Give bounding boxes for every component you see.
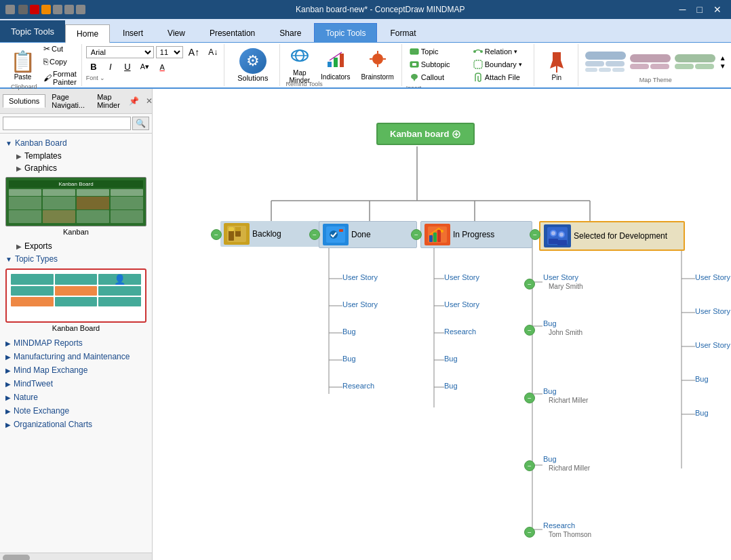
sidebar-search-input[interactable]	[3, 117, 131, 130]
backlog-circle-btn[interactable]: −	[211, 229, 222, 240]
done-circle-btn[interactable]: −	[309, 229, 320, 240]
minimize-btn[interactable]: ─	[675, 4, 690, 15]
in-progress-child-circle-5[interactable]: −	[524, 527, 535, 538]
sidebar-pin-btn[interactable]: 📌	[126, 96, 142, 106]
in-progress-child-circle-3[interactable]: −	[524, 393, 535, 403]
relation-button[interactable]: Relation ▾	[470, 45, 531, 58]
sidebar-search-button[interactable]: 🔍	[132, 117, 149, 130]
kanban-thumbnail[interactable]: Kanban Board	[5, 177, 146, 226]
manufacturing-arrow: ▶	[5, 353, 11, 361]
relation-icon	[473, 47, 483, 56]
sidebar-scrollbar-h[interactable]	[0, 553, 152, 560]
topic-types-arrow: ▼	[5, 256, 12, 263]
sidebar-tab-map-minder[interactable]: Map Minder	[91, 90, 126, 112]
solutions-button[interactable]: ⚙ Solutions	[231, 45, 274, 85]
font-expand-btn[interactable]: ⌄	[100, 75, 105, 81]
tab-view[interactable]: View	[156, 23, 197, 42]
font-shrink-btn[interactable]: A↓	[205, 46, 221, 58]
canvas-area[interactable]: Kanban board Backlog − User	[153, 89, 731, 560]
underline-button[interactable]: U	[120, 60, 135, 73]
copy-button[interactable]: ⎘ Copy	[41, 56, 79, 68]
map-theme-preview-1[interactable]	[585, 52, 626, 72]
callout-button[interactable]: Callout	[406, 71, 467, 83]
sidebar-item-org-charts[interactable]: ▶ Organizational Charts	[0, 418, 152, 431]
backlog-child-2[interactable]: User Story	[342, 300, 378, 308]
sidebar-item-templates[interactable]: ▶ Templates	[0, 150, 152, 162]
brainstorm-button[interactable]: Brainstorm	[357, 47, 397, 83]
in-progress-child-5[interactable]: Research	[543, 521, 591, 529]
done-child-3[interactable]: Research	[444, 327, 476, 336]
selected-dev-card[interactable]: Selected for Development	[539, 221, 685, 251]
sidebar-item-mindtweet[interactable]: ▶ MindTweet	[0, 377, 152, 391]
selected-dev-circle-btn[interactable]: −	[530, 229, 540, 240]
in-progress-child-3[interactable]: Bug	[543, 387, 588, 395]
backlog-child-3[interactable]: Bug	[342, 327, 356, 336]
in-progress-child-circle-4[interactable]: −	[524, 460, 535, 471]
subtopic-button[interactable]: Subtopic	[406, 58, 467, 71]
font-color-btn[interactable]: A	[155, 62, 170, 73]
done-child-2[interactable]: User Story	[444, 300, 479, 308]
sidebar-item-note-exchange[interactable]: ▶ Note Exchange	[0, 404, 152, 418]
italic-button[interactable]: I	[103, 60, 118, 73]
in-progress-child-2[interactable]: Bug	[543, 319, 582, 327]
map-theme-preview-2[interactable]	[630, 54, 671, 69]
boundary-button[interactable]: Boundary ▾	[470, 58, 531, 71]
sidebar-item-mindmap-reports[interactable]: ▶ MINDMAP Reports	[0, 336, 152, 350]
bold-button[interactable]: B	[86, 60, 101, 73]
paste-button[interactable]: 📋 Paste	[5, 45, 40, 85]
sidebar-item-graphics[interactable]: ▶ Graphics	[0, 162, 152, 174]
backlog-child-5[interactable]: Research	[342, 382, 374, 390]
selected-child-4[interactable]: Bug	[695, 375, 709, 383]
done-child-1[interactable]: User Story	[444, 273, 479, 281]
maximize-btn[interactable]: □	[693, 4, 707, 15]
in-progress-child-4[interactable]: Bug	[543, 455, 590, 463]
sidebar-item-exports[interactable]: ▶ Exports	[0, 240, 152, 252]
tab-topic-tools[interactable]: Topic Tools	[314, 23, 377, 42]
map-theme-scroll[interactable]: ▲ ▼	[719, 54, 726, 70]
attach-file-button[interactable]: Attach File	[470, 71, 531, 83]
in-progress-child-circle-2[interactable]: −	[524, 325, 535, 336]
font-grow-btn[interactable]: A↑	[185, 45, 203, 59]
in-progress-card[interactable]: In Progress	[420, 221, 532, 248]
map-theme-preview-3[interactable]	[675, 54, 715, 69]
sidebar-tab-solutions[interactable]: Solutions	[3, 94, 45, 108]
tab-share[interactable]: Share	[268, 23, 313, 42]
pin-button[interactable]: Pin	[541, 45, 572, 85]
in-progress-child-circle-1[interactable]: −	[524, 279, 535, 289]
done-child-4[interactable]: Bug	[444, 355, 458, 363]
font-extra-btn[interactable]: A▾	[137, 61, 153, 73]
backlog-child-4[interactable]: Bug	[342, 355, 356, 363]
font-family-select[interactable]: Arial	[86, 46, 154, 58]
in-progress-circle-btn[interactable]: −	[411, 229, 422, 240]
central-node[interactable]: Kanban board	[376, 123, 475, 145]
selected-child-5[interactable]: Bug	[695, 409, 709, 417]
selected-child-1[interactable]: User Story	[695, 273, 730, 281]
close-btn[interactable]: ✕	[709, 4, 726, 15]
format-painter-button[interactable]: 🖌 Format Painter	[41, 68, 79, 87]
sidebar-item-mind-map-exchange[interactable]: ▶ Mind Map Exchange	[0, 363, 152, 377]
font-size-select[interactable]: 11	[156, 46, 183, 58]
map-minder-button[interactable]: Map Minder	[285, 44, 313, 87]
window-title: Kanban board-new* - ConceptDraw MINDMAP	[85, 5, 675, 14]
selected-child-3[interactable]: User Story	[695, 341, 730, 349]
sidebar-tab-page-nav[interactable]: Page Navigati...	[45, 90, 91, 112]
sidebar-item-nature[interactable]: ▶ Nature	[0, 391, 152, 404]
sidebar-item-kanban-board[interactable]: ▼ Kanban Board	[0, 136, 152, 150]
backlog-child-1[interactable]: User Story	[342, 273, 378, 281]
topic-button[interactable]: Topic	[406, 45, 467, 58]
in-progress-child-1[interactable]: User Story	[543, 273, 583, 281]
tab-insert[interactable]: Insert	[111, 23, 155, 42]
sidebar-item-manufacturing[interactable]: ▶ Manufacturing and Maintenance	[0, 350, 152, 363]
done-card[interactable]: Done	[319, 221, 417, 248]
topic-type-thumbnail[interactable]: 👤	[5, 268, 146, 323]
svg-point-61	[330, 231, 338, 239]
indicators-button[interactable]: Indicators	[317, 47, 353, 83]
tab-presentation[interactable]: Presentation	[198, 23, 266, 42]
cut-button[interactable]: ✂ Cut	[41, 43, 79, 55]
file-tab[interactable]: Topic Tools	[0, 20, 65, 42]
selected-child-2[interactable]: User Story	[695, 307, 730, 315]
done-child-5[interactable]: Bug	[444, 382, 458, 390]
tab-format[interactable]: Format	[378, 23, 427, 42]
sidebar-item-topic-types[interactable]: ▼ Topic Types	[0, 252, 152, 266]
tab-home[interactable]: Home	[65, 24, 110, 43]
